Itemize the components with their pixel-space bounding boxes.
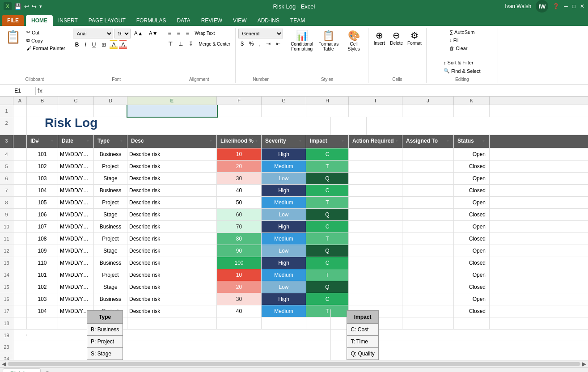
cell-A9[interactable] [13, 209, 27, 220]
qat-customize[interactable]: ▾ [39, 4, 42, 9]
cell-desc-4[interactable]: Describe risk [127, 148, 217, 160]
cell-E1[interactable] [127, 105, 217, 117]
cell-A17[interactable] [13, 305, 27, 317]
cell-status-13[interactable]: Closed [454, 257, 490, 269]
tab-view[interactable]: VIEW [228, 15, 252, 26]
align-left-button[interactable]: ≡ [166, 29, 173, 38]
col-header-J[interactable]: J [402, 97, 454, 105]
cell-type-16[interactable]: Business [94, 293, 127, 305]
increase-decimal-button[interactable]: ⇥ [264, 39, 273, 48]
cell-likelihood-13[interactable]: 100 [217, 257, 262, 269]
cell-date-12[interactable]: MM/DD/YYYY [58, 245, 94, 257]
cell-date-6[interactable]: MM/DD/YYYY [58, 173, 94, 184]
align-middle-button[interactable]: ⊥ [176, 39, 185, 48]
cell-likelihood-16[interactable]: 30 [217, 293, 262, 305]
conditional-formatting-button[interactable]: 📊 ConditionalFormatting [289, 29, 315, 53]
maximize-button[interactable]: □ [572, 3, 575, 9]
tab-data[interactable]: DATA [171, 15, 195, 26]
cell-status-4[interactable]: Open [454, 148, 490, 160]
cell-assigned-15[interactable] [402, 281, 454, 293]
align-bottom-button[interactable]: ↧ [186, 39, 195, 48]
cell-action-13[interactable] [349, 257, 402, 269]
cell-likelihood-8[interactable]: 50 [217, 197, 262, 208]
header-likelihood[interactable]: Likelihood %▼ [217, 135, 262, 148]
cell-A2[interactable] [13, 117, 27, 135]
cell-id-9[interactable]: 106 [27, 209, 58, 220]
cell-impact-4[interactable]: C [306, 148, 349, 160]
cell-date-14[interactable]: MM/DD/YYYY [58, 269, 94, 281]
cell-D1[interactable] [94, 105, 127, 117]
tab-team[interactable]: TEAM [285, 15, 310, 26]
cell-severity-14[interactable]: Medium [262, 269, 306, 281]
percent-button[interactable]: % [247, 39, 256, 48]
cell-id-15[interactable]: 102 [27, 281, 58, 293]
col-header-I[interactable]: I [349, 97, 402, 105]
format-as-table-button[interactable]: 📋 Format asTable [317, 29, 340, 53]
format-painter-button[interactable]: 🖌 Format Painter [25, 45, 67, 52]
cell-id-6[interactable]: 103 [27, 173, 58, 184]
align-center-button[interactable]: ≡ [175, 29, 182, 38]
decrease-decimal-button[interactable]: ⇤ [274, 39, 283, 48]
close-button[interactable]: ✕ [580, 3, 584, 9]
cell-type-12[interactable]: Stage [94, 245, 127, 257]
add-sheet-button[interactable]: ⊕ [41, 368, 54, 372]
cell-assigned-7[interactable] [402, 185, 454, 196]
decrease-font-button[interactable]: A▼ [147, 29, 160, 38]
qat-save[interactable]: 💾 [14, 3, 21, 10]
cell-impact-10[interactable]: C [306, 221, 349, 232]
cell-severity-6[interactable]: Low [262, 173, 306, 184]
cell-impact-6[interactable]: Q [306, 173, 349, 184]
cell-likelihood-4[interactable]: 10 [217, 148, 262, 160]
cell-date-5[interactable]: MM/DD/YYYY [58, 161, 94, 172]
cell-A14[interactable] [13, 269, 27, 281]
cell-A11[interactable] [13, 233, 27, 245]
cell-likelihood-10[interactable]: 70 [217, 221, 262, 232]
cell-desc-11[interactable]: Describe risk [127, 233, 217, 245]
cell-id-11[interactable]: 108 [27, 233, 58, 245]
scroll-left[interactable]: ◀ [0, 361, 8, 367]
cell-type-6[interactable]: Stage [94, 173, 127, 184]
merge-center-button[interactable]: Merge & Center [197, 39, 233, 48]
cell-desc-7[interactable]: Describe risk [127, 185, 217, 196]
cell-A6[interactable] [13, 173, 27, 184]
cell-G1[interactable] [262, 105, 306, 117]
cell-likelihood-6[interactable]: 30 [217, 173, 262, 184]
cell-type-10[interactable]: Business [94, 221, 127, 232]
col-header-B[interactable]: B [27, 97, 58, 105]
cell-type-11[interactable]: Project [94, 233, 127, 245]
cell-assigned-9[interactable] [402, 209, 454, 220]
cell-id-13[interactable]: 110 [27, 257, 58, 269]
cell-action-7[interactable] [349, 185, 402, 196]
tab-home[interactable]: HOME [26, 15, 53, 26]
increase-font-button[interactable]: A▲ [132, 29, 145, 38]
number-format-select[interactable]: General [238, 29, 283, 38]
cell-severity-16[interactable]: High [262, 293, 306, 305]
tab-review[interactable]: REVIEW [196, 15, 228, 26]
col-header-F[interactable]: F [217, 97, 262, 105]
cell-id-8[interactable]: 105 [27, 197, 58, 208]
tab-formulas[interactable]: FORMULAS [131, 15, 172, 26]
qat-redo[interactable]: ↪ [32, 3, 37, 10]
cell-date-11[interactable]: MM/DD/YYYY [58, 233, 94, 245]
cell-A3[interactable] [13, 135, 27, 148]
format-button[interactable]: ⚙ Format [406, 29, 423, 47]
cell-impact-12[interactable]: Q [306, 245, 349, 257]
cell-action-10[interactable] [349, 221, 402, 232]
scroll-right[interactable]: ▶ [580, 361, 588, 367]
cell-impact-13[interactable]: C [306, 257, 349, 269]
tab-page-layout[interactable]: PAGE LAYOUT [83, 15, 131, 26]
cell-assigned-11[interactable] [402, 233, 454, 245]
cell-id-12[interactable]: 109 [27, 245, 58, 257]
cell-status-11[interactable]: Closed [454, 233, 490, 245]
cell-status-14[interactable]: Open [454, 269, 490, 281]
cell-status-8[interactable]: Open [454, 197, 490, 208]
cell-A12[interactable] [13, 245, 27, 257]
cell-status-10[interactable]: Open [454, 221, 490, 232]
cell-type-13[interactable]: Business [94, 257, 127, 269]
cell-desc-16[interactable]: Describe risk [127, 293, 217, 305]
cell-type-14[interactable]: Project [94, 269, 127, 281]
cell-severity-4[interactable]: High [262, 148, 306, 160]
cell-action-5[interactable] [349, 161, 402, 172]
tab-insert[interactable]: INSERT [53, 15, 83, 26]
cell-status-15[interactable]: Closed [454, 281, 490, 293]
